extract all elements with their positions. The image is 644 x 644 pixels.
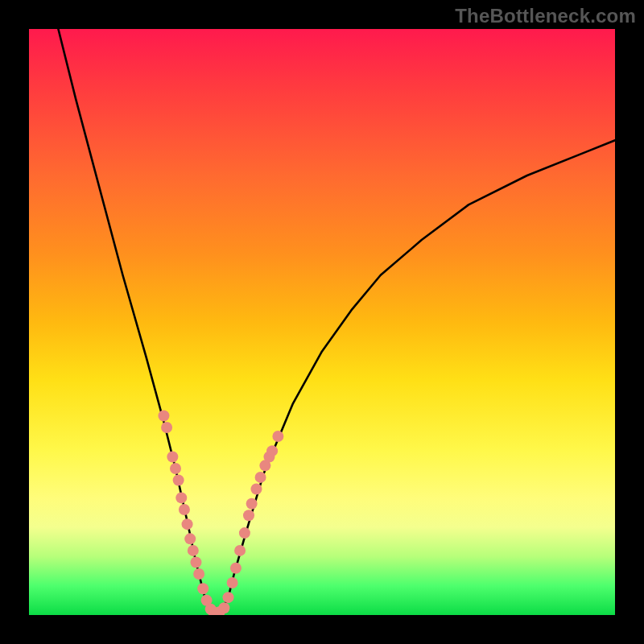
data-dot (170, 463, 181, 474)
data-dot (182, 518, 193, 530)
watermark-text: TheBottleneck.com (455, 5, 636, 27)
data-dot (161, 422, 172, 433)
data-dot (239, 527, 250, 539)
bottleneck-curve (58, 29, 615, 615)
data-dot (246, 498, 258, 510)
chart-svg (29, 29, 615, 615)
data-dot (230, 563, 242, 574)
data-dot (234, 545, 246, 556)
data-dot (243, 510, 254, 521)
data-dot (175, 492, 187, 503)
data-dot (255, 472, 266, 483)
data-dot (223, 592, 234, 603)
data-dot (193, 568, 204, 580)
curve-group (58, 29, 615, 615)
data-dot (197, 583, 208, 594)
data-dot (272, 431, 283, 442)
data-dot (250, 483, 262, 494)
data-dot (158, 410, 169, 421)
data-dot (190, 556, 201, 568)
data-dot (227, 577, 238, 588)
data-dot (173, 475, 184, 486)
data-dot (167, 451, 178, 462)
plot-area (29, 29, 615, 615)
data-dot (184, 533, 196, 544)
data-dot-group (158, 410, 283, 615)
data-dot (266, 445, 278, 456)
data-dot (188, 545, 199, 556)
chart-frame: TheBottleneck.com (0, 0, 644, 644)
data-dot (179, 504, 190, 515)
data-dot (218, 602, 229, 613)
